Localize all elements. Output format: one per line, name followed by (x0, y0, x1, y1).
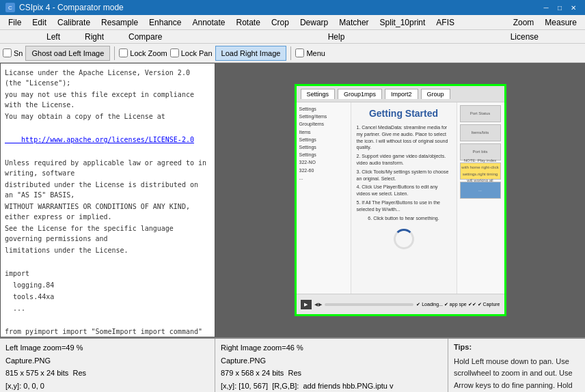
load-right-image-button[interactable]: Load Right Image (215, 46, 287, 61)
mock-list-2: 2. Support video game video data/objects… (357, 153, 451, 167)
mock-status: ✔ Loading... ✔ app spe ✔✔ ✔ Capture (416, 302, 500, 307)
code-line-4 (5, 123, 210, 133)
code-line-15: tools.44xa (5, 292, 210, 302)
mock-list-4: 4. Click Use Player/Buttons to edit any … (357, 184, 451, 197)
code-line-3: You may obtain a copy of the License at (5, 111, 210, 122)
mock-list-3: 3. Click Tools/My settings system to cho… (357, 169, 451, 182)
mock-bottom-bar: ▶ ◀ ▶ ✔ Loading... ✔ app spe ✔✔ ✔ Captur… (297, 294, 504, 314)
code-line-9: WITHOUT WARRANTIES OR CONDITIONS OF ANY … (5, 201, 210, 222)
menu-enhance[interactable]: Enhance (144, 16, 187, 29)
code-line-10: See the License for the specific languag… (5, 223, 210, 244)
sidebar-item-7: Settings (299, 151, 348, 158)
code-line-12 (5, 257, 210, 267)
mock-block-4: NOTE: Play index with home right-click s… (460, 163, 501, 180)
separator-2 (290, 46, 291, 60)
tips-label: Tips: (454, 341, 580, 354)
code-line-6 (5, 146, 210, 156)
mock-sidebar-left: Settings Setting/Items GroupItems Items … (297, 102, 351, 294)
lock-pan-label[interactable]: Lock Pan (170, 48, 213, 57)
right-coords: [x,y]: [10, 567] [R,G,B]: add friends hb… (221, 380, 442, 392)
code-line-18: from pyimport import "SomeImport import … (5, 326, 210, 337)
mock-right-blocks: Port Status Items/bits Port bits NOTE: P… (460, 105, 502, 199)
code-line-8: distributed under the License is distrib… (5, 180, 210, 200)
close-button[interactable]: ✕ (567, 2, 580, 13)
submenu-license[interactable]: License (505, 31, 544, 43)
sidebar-item-3: GroupItems (299, 120, 348, 128)
mock-play-button[interactable]: ▶ (301, 300, 312, 309)
lock-zoom-checkbox[interactable] (119, 48, 128, 57)
mock-block-2: Items/bits (460, 124, 501, 141)
menu-annotate[interactable]: Annotate (187, 16, 230, 29)
sidebar-item-10: ... (299, 174, 348, 182)
mock-time-label: ◀ ▶ (314, 302, 323, 307)
menu-crop[interactable]: Crop (266, 16, 295, 29)
menu-edit[interactable]: Edit (27, 16, 52, 29)
code-line-2: you may not use this file except in comp… (5, 89, 210, 110)
left-panel: Licanse under the Apache License, Versio… (0, 63, 215, 337)
menu-dewarp[interactable]: Dewarp (295, 16, 334, 29)
sidebar-item-2: Setting/Items (299, 113, 348, 120)
code-line-11: limitations under the License. (5, 245, 210, 255)
ghost-load-left-button[interactable]: Ghost oad Left Image (25, 46, 110, 61)
status-bar: Left Image zoom=49 % Capture.PNG 815 x 5… (0, 337, 585, 392)
sidebar-item-1: Settings (299, 105, 348, 113)
mock-tab-4: Group (421, 89, 450, 99)
sub-menu-bar: Left Right Compare Help License (0, 30, 585, 44)
mock-content: Settings Setting/Items GroupItems Items … (297, 102, 504, 294)
menu-checkbox-label[interactable]: Menu (295, 48, 325, 57)
right-image-label: Right Image zoom=46 % (221, 341, 442, 354)
right-panel: Settings Group1mps Import2 Group Setting… (215, 63, 585, 337)
lock-zoom-text: Lock Zoom (130, 49, 167, 57)
left-image-label: Left Image zoom=49 % (5, 341, 209, 354)
menu-rotate[interactable]: Rotate (231, 16, 266, 29)
menu-calibrate[interactable]: Calibrate (52, 16, 96, 29)
submenu-help[interactable]: Help (323, 31, 351, 43)
sidebar-item-8: 322-NO (299, 158, 348, 166)
lock-pan-checkbox[interactable] (170, 48, 179, 57)
window-controls: ─ □ ✕ (540, 2, 580, 13)
mock-sidebar-right: Port Status Items/bits Port bits NOTE: P… (457, 102, 504, 294)
code-line-13: import (5, 268, 210, 279)
code-line-16: ... (5, 303, 210, 313)
menu-measure[interactable]: Measure (539, 16, 582, 29)
menu-resample[interactable]: Resample (96, 16, 144, 29)
mock-browser-header: Settings Group1mps Import2 Group (297, 86, 504, 102)
snapshot-label: Sn (14, 49, 23, 57)
code-line-7: Unless required by applicable law or agr… (5, 158, 210, 178)
mock-list-6: 6. Click button to hear something. (368, 215, 439, 222)
menu-zoom[interactable]: Zoom (508, 16, 540, 29)
sidebar-item-4: Items (299, 128, 348, 136)
right-filename: Capture.PNG (221, 354, 442, 367)
menu-checkbox[interactable] (295, 48, 304, 57)
left-coords: [x,y]: 0, 0, 0 (5, 380, 209, 392)
mock-progress-bar[interactable] (325, 303, 413, 306)
code-line-5[interactable]: http://www.apache.org/licenses/LICENSE-2… (5, 135, 210, 145)
submenu-left[interactable]: Left (41, 31, 66, 43)
mock-block-1: Port Status (460, 105, 501, 122)
mock-list-5: 5. If All The Player/Buttons to use in t… (357, 199, 451, 213)
mock-tab-3: Import2 (385, 89, 418, 99)
status-middle: Right Image zoom=46 % Capture.PNG 879 x … (215, 339, 448, 392)
menu-label: Menu (306, 49, 325, 57)
lock-pan-text: Lock Pan (181, 49, 213, 57)
code-line-14: logging.84 (5, 280, 210, 290)
maximize-button[interactable]: □ (554, 2, 566, 13)
tips-text: Hold Left mouse down to pan. Use scrollw… (454, 356, 580, 392)
code-line-1: Licanse under the Apache License, Versio… (5, 68, 210, 88)
menu-matcher[interactable]: Matcher (334, 16, 374, 29)
snapshot-checkbox-label[interactable]: Sn (3, 48, 23, 57)
lock-zoom-label[interactable]: Lock Zoom (119, 48, 167, 57)
title-bar: C CSIpix 4 - Comparator mode ─ □ ✕ (0, 0, 585, 15)
mock-main-content: Getting Started 1. Cancel MediaData: str… (351, 102, 457, 294)
app-icon: C (5, 3, 15, 12)
menu-afis[interactable]: AFIS (431, 16, 460, 29)
menu-file[interactable]: File (3, 16, 27, 29)
toolbar: Sn Ghost oad Left Image Lock Zoom Lock P… (0, 44, 585, 63)
main-area: Licanse under the Apache License, Versio… (0, 63, 585, 337)
snapshot-checkbox[interactable] (3, 48, 12, 57)
submenu-right[interactable]: Right (79, 31, 109, 43)
submenu-compare[interactable]: Compare (123, 31, 167, 43)
mock-getting-started-title: Getting Started (369, 108, 438, 119)
menu-split10print[interactable]: Split_10print (375, 16, 431, 29)
minimize-button[interactable]: ─ (540, 2, 552, 13)
